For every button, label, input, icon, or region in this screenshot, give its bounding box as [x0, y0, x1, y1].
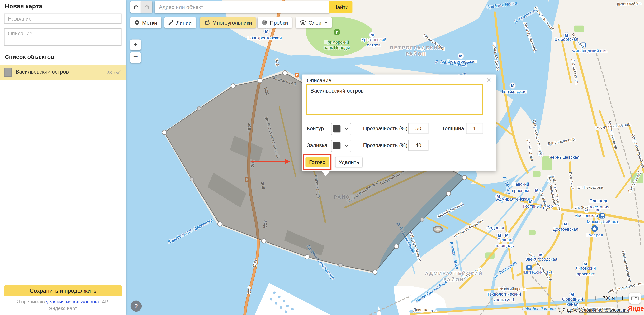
polygon-midpoint-handle[interactable] [339, 263, 342, 267]
terms-link[interactable]: Условия использования [579, 307, 629, 312]
toll-icon: ₽ [295, 73, 299, 78]
tool-placemarks[interactable]: Метки [130, 17, 161, 28]
tool-traffic-label: Пробки [270, 20, 288, 26]
svg-text:М: М [505, 233, 508, 238]
terms-text: Я принимаю условия использования API [0, 299, 126, 305]
fill-label: Заливка [307, 142, 327, 148]
map-description-input[interactable] [4, 29, 122, 46]
map-label: проспект [512, 188, 530, 193]
close-icon[interactable]: × [487, 76, 491, 84]
map-label: Галерея [586, 233, 603, 237]
polygon-vertex-handle[interactable] [394, 244, 399, 248]
polygon-vertex-handle[interactable] [373, 270, 377, 274]
tool-lines-label: Линии [176, 20, 192, 26]
map-label: Финляндский вкз. [572, 48, 608, 53]
map-label: Выборгская [554, 37, 578, 42]
map-label: канал [567, 302, 578, 307]
map-scale-bar: 700 м [595, 295, 623, 300]
polygon-vertex-handle[interactable] [218, 222, 222, 226]
polygon-midpoint-handle[interactable] [190, 177, 194, 181]
fill-opacity-label: Прозрачность (%) [363, 142, 408, 148]
svg-text:М: М [535, 189, 538, 193]
svg-text:М: М [265, 29, 268, 34]
stadium-icon [433, 226, 442, 232]
polygon-midpoint-handle[interactable] [197, 107, 201, 110]
outline-color-select[interactable] [331, 123, 351, 135]
redo-button[interactable] [141, 1, 152, 13]
tool-layers[interactable]: Слои [296, 17, 332, 28]
metro-icon: М [496, 232, 502, 238]
map-label: Новокрестовская [247, 36, 282, 40]
map-label: Двинская ул. [413, 308, 437, 312]
polygon-vertex-handle[interactable] [258, 78, 262, 83]
fill-color-swatch [333, 142, 340, 149]
polygon-vertex-handle[interactable] [446, 191, 451, 196]
search-button[interactable]: Найти [330, 1, 352, 13]
map-label: АДМИРАЛТЕЙСКИЙ [425, 271, 482, 276]
polygon-midpoint-handle[interactable] [420, 218, 424, 221]
map-label: Сенная [497, 237, 512, 242]
polygon-vertex-handle[interactable] [231, 84, 236, 88]
tool-placemarks-label: Метки [142, 20, 157, 26]
search-box [155, 1, 330, 13]
ruler-button[interactable] [629, 293, 641, 304]
bag-icon [592, 225, 598, 232]
outline-color-swatch [333, 125, 340, 133]
metro-icon: М [504, 232, 510, 238]
app-window: ММММММММММММММММММ₽₽ Средняя Невкар. Кре… [0, 0, 644, 315]
polygon-vertex-handle[interactable] [283, 71, 288, 75]
object-color-swatch [4, 68, 12, 77]
fill-color-select[interactable] [331, 140, 351, 152]
svg-text:₽: ₽ [296, 74, 298, 77]
zoom-in-button[interactable]: + [130, 39, 141, 50]
undo-button[interactable] [130, 1, 141, 13]
map-label: Обводный канал [522, 306, 556, 311]
page-title: Новая карта [5, 3, 42, 10]
tool-lines[interactable]: Линии [164, 17, 196, 28]
polygon-vertex-handle[interactable] [162, 130, 166, 135]
help-button[interactable]: ? [131, 300, 142, 312]
terms-of-use-link[interactable]: условия использования [46, 299, 100, 305]
save-button[interactable]: Сохранить и продолжить [4, 285, 122, 296]
polygon-description-textarea[interactable]: Васильевский остров [306, 84, 483, 115]
object-list-item[interactable]: Васильевский остров 23 км2 [0, 65, 126, 80]
map-name-input[interactable] [4, 14, 122, 24]
thickness-input[interactable] [466, 123, 483, 134]
placemark-icon [134, 20, 140, 26]
map-label: Восстания [588, 205, 610, 209]
svg-text:М: М [370, 33, 374, 38]
map-label: Крестовский [361, 37, 386, 42]
dialog-pointer-tail [321, 171, 330, 176]
fill-opacity-input[interactable] [408, 140, 428, 151]
map-label: Горьковская [502, 89, 526, 94]
outline-opacity-input[interactable] [408, 123, 428, 134]
map-label: Технологический [487, 292, 521, 296]
polygon-vertex-handle[interactable] [305, 255, 310, 259]
map-label: институт-1 [493, 297, 515, 302]
annotation-highlight-box [302, 154, 332, 170]
annotation-arrow-head [284, 158, 290, 164]
map-label: ЗСД [253, 259, 257, 267]
search-input[interactable] [155, 1, 330, 13]
objects-heading: Список объектов [5, 53, 54, 60]
annotation-arrow [250, 161, 285, 162]
tool-traffic[interactable]: Пробки [258, 17, 292, 28]
rail-icon [526, 265, 532, 270]
map-label: Площадь [590, 198, 608, 203]
tool-polygons[interactable]: Многоугольники [200, 17, 256, 28]
rail-icon [600, 213, 605, 219]
delete-button[interactable]: Удалить [335, 157, 362, 167]
layers-icon [300, 20, 306, 26]
map-label: ул. Некрасова [578, 185, 603, 189]
map-label: РАЙОН [444, 277, 464, 282]
map-label: Рижский просп. [498, 287, 526, 291]
thickness-label: Толщина [442, 125, 464, 132]
polygon-vertex-handle[interactable] [462, 175, 467, 180]
map-label: Достоевская [553, 227, 578, 232]
map-label: ПЕТРОГРАДСКИЙ [390, 45, 442, 50]
map-label: площадь [496, 243, 514, 248]
polygon-vertex-handle[interactable] [261, 238, 266, 243]
chevron-down-icon [324, 21, 328, 24]
zoom-out-button[interactable]: − [130, 52, 141, 63]
map-copyright: © Яндекс Условия использования [558, 307, 629, 312]
